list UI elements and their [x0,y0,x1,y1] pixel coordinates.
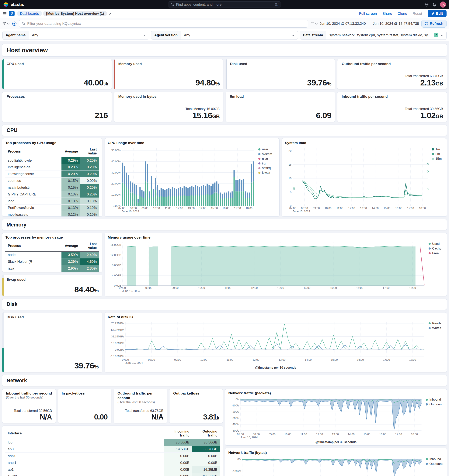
legend-item[interactable]: Cache [429,247,441,250]
menu-hamburger-icon[interactable] [2,11,7,16]
legend-dot-icon [432,153,434,155]
date-to[interactable]: Jun 10, 2024 @ 18:47:54.738 [373,22,419,26]
table-cell: awdl0 [5,473,164,476]
legend-item[interactable]: Writes [429,326,441,330]
table-cell: 0.00B [164,459,192,466]
disk-section-row: Disk used 39.76% Rate of disk IO 07:0008… [2,312,447,372]
legend-dot-icon [429,327,431,329]
globe-icon[interactable] [424,2,429,7]
svg-text:08:00: 08:00 [253,433,260,436]
legend-item[interactable]: 1m [432,147,442,151]
control-data-stream[interactable]: Data stream system.network, system.cpu, … [300,31,447,40]
svg-text:57.22MB/s: 57.22MB/s [111,328,124,331]
svg-text:June 10, 2024: June 10, 2024 [122,210,139,213]
legend-dot-icon [258,172,260,174]
reset-button[interactable]: Reset [413,11,422,16]
legend-dot-icon [258,158,260,160]
legend-item[interactable]: user [258,147,272,151]
legend-item[interactable]: softirq [258,166,272,170]
legend-item[interactable]: irq [258,162,272,165]
metric-disk-used[interactable]: Disk used 39.76% [226,59,335,89]
legend-item[interactable]: iowait [258,171,272,175]
metric-out-packetloss[interactable]: Out packetloss 3.81k [169,389,223,423]
svg-text:13:00: 13:00 [360,207,367,210]
metric-memory-used[interactable]: Memory used 94.80% [114,59,223,89]
filter-menu-button[interactable] [2,22,10,25]
refresh-button[interactable]: Refresh [421,20,447,28]
table-cell: 0.00B [192,459,220,466]
legend-item[interactable]: 15m [432,157,442,161]
svg-text:09:00: 09:00 [141,207,148,210]
breadcrumb-current[interactable]: [Metrics System] Host overview (1) [43,11,107,16]
legend-item[interactable]: Inbound [426,398,443,402]
table-cell: anpi1 [5,459,164,466]
legend-item[interactable]: 5m [432,152,442,156]
legend-item[interactable]: Outbound [426,402,443,406]
host-overview-title-panel: Host overview [2,44,447,57]
calendar-icon[interactable] [311,22,318,26]
metric-accent-bar [2,312,3,372]
metric-outbound-traffic-30s[interactable]: Outbound traffic per second (Over the la… [114,389,167,423]
svg-text:0.00%: 0.00% [113,204,121,207]
memory-usage-legend: UsedCacheFree [429,241,441,255]
user-avatar[interactable]: TA [440,1,446,8]
cpu-usage-chart: 07:0008:0009:0010:0011:0012:0013:0014:00… [108,146,257,214]
system-load-legend: 1m5m15m [432,146,442,161]
legend-item[interactable]: Inbound [426,457,443,461]
notifications-bell-icon[interactable] [432,3,436,7]
svg-text:07:00: 07:00 [122,358,129,361]
legend-item[interactable]: Reads [429,322,441,325]
table-cell: 30.56GB [192,439,220,446]
control-agent-version[interactable]: Agent version Any [151,31,298,40]
dashboard-app-badge[interactable]: D [9,11,15,16]
share-button[interactable]: Share [382,11,392,16]
date-from[interactable]: Jun 10, 2024 @ 07:13:32.240 [320,22,366,26]
metric-cpu-used[interactable]: CPU used 40.00% [2,59,112,89]
svg-text:18:00: 18:00 [419,207,426,210]
brand[interactable]: elastic [3,2,24,7]
legend-item[interactable]: Free [429,251,441,255]
check-icon[interactable] [108,12,112,15]
legend-item[interactable]: system [258,152,272,156]
legend-item[interactable]: Outbound [426,462,443,466]
memory-usage-chart: 07:0008:0009:0010:0011:0012:0013:0014:00… [108,241,427,293]
metric-swap-used[interactable]: Swap used 84.40% [2,275,102,296]
breadcrumb-dashboards[interactable]: Dashboards [17,11,42,16]
table-cell: java [5,265,62,272]
table-row: anpi10.00B0.00B [5,459,220,466]
global-search-input[interactable]: Find apps, content, and more. ⌘/ [168,1,281,8]
network-metric-cards: Inbound traffic per second (Over the las… [2,389,223,423]
metric-inbound-traffic-30s[interactable]: Inbound traffic per second (Over the las… [2,389,56,423]
legend-dot-icon [258,148,260,150]
metric-5m-load[interactable]: 5m load 6.09 [226,92,335,122]
kql-search-input[interactable]: Filter your data using KQL syntax [19,20,308,28]
add-filter-button[interactable] [12,21,17,26]
date-arrow: → [368,22,371,26]
legend-item[interactable]: Used [429,242,441,246]
legend-dot-icon [426,403,428,405]
column-header: Incoming Traffic [164,428,192,439]
clone-button[interactable]: Clone [397,11,407,16]
interface-table: InterfaceIncoming TrafficOutgoing Traffi… [5,428,220,476]
metric-inbound-traffic[interactable]: Inbound traffic per second Total transfe… [337,92,447,122]
svg-text:10:00: 10:00 [284,433,291,436]
column-header: Process [5,146,62,157]
search-shortcut-hint: ⌘/ [274,3,278,6]
network-section-header: Network [2,375,447,386]
table-cell: 63.76GB [192,446,220,453]
legend-item[interactable]: nice [258,157,272,161]
legend-dot-icon [258,162,260,164]
control-agent-name[interactable]: Agent name Any [2,31,149,40]
full-screen-button[interactable]: Full screen [359,11,377,16]
pencil-icon [431,12,435,15]
metric-outbound-traffic[interactable]: Outbound traffic per second Total transf… [337,59,447,89]
metric-in-packetloss[interactable]: In packetloss 0.00 [58,389,112,423]
metric-processes[interactable]: Processes 216 [2,92,112,122]
table-row: Google Chrome2.61%2.00% [5,272,99,272]
metric-memory-bytes[interactable]: Memory used in bytes Total Memory 16.00G… [114,92,223,122]
edit-button[interactable]: Edit [428,10,447,17]
svg-text:12:00: 12:00 [253,358,259,361]
svg-text:15:00: 15:00 [384,207,390,210]
table-row: nsattributedstr0.15%0.20% [5,184,99,191]
metric-disk-used-large[interactable]: Disk used 39.76% [2,312,102,372]
